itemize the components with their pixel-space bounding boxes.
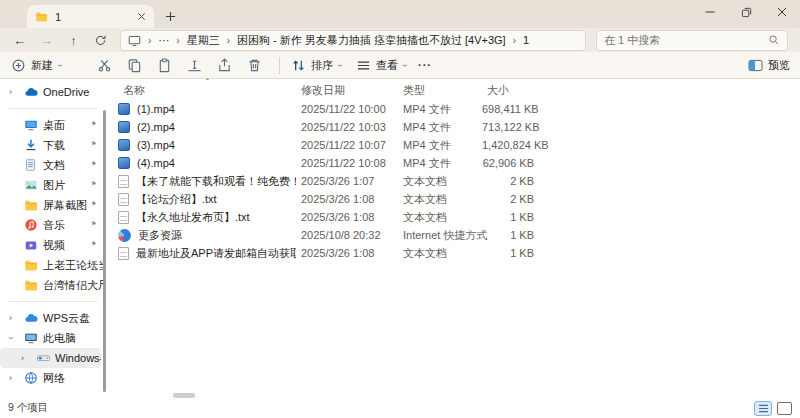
sort-button[interactable]: 排序 › [290,58,341,73]
view-button[interactable]: 查看 › [355,58,406,73]
rename-button[interactable] [186,58,202,73]
pin-icon [88,220,97,229]
tab-close-icon[interactable] [137,12,146,21]
chevron-down-icon[interactable]: › [9,333,24,343]
sidebar-item-desktop[interactable]: 桌面 [0,115,106,135]
file-type: MP4 文件 [398,138,482,153]
chevron-down-icon: › [335,64,344,67]
file-size: 2 KB [482,175,542,187]
sidebar-item-label: Windows-SSD [55,352,101,364]
close-button[interactable] [764,0,800,24]
back-button[interactable]: ← [6,33,33,48]
explorer-tab[interactable]: 1 [27,5,154,28]
file-type-icon [118,211,129,224]
new-item-icon [10,58,26,73]
minimize-button[interactable] [692,0,728,24]
sidebar-scrollbar[interactable] [103,110,106,392]
file-name: 最新地址及APP请发邮箱自动获取！！！.txt [136,246,296,261]
file-name: (2).mp4 [137,121,175,133]
paste-button[interactable] [156,58,172,73]
sidebar-item-videos[interactable]: 视频 [0,235,106,255]
table-row[interactable]: (3).mp4 2025/11/22 10:07 MP4 文件 1,420,82… [110,136,800,154]
file-name: (4).mp4 [137,157,175,169]
file-type-icon [118,175,129,188]
share-button[interactable] [216,58,232,73]
file-type: 文本文档 [398,192,482,207]
chevron-right-icon[interactable]: › [9,313,24,323]
file-modified-date: 2025/11/22 10:00 [296,103,398,115]
new-button[interactable]: 新建 › [10,58,61,73]
sidebar-item-music[interactable]: 音乐 [0,215,106,235]
sidebar-item-downloads[interactable]: 下载 [0,135,106,155]
cut-button[interactable] [96,58,112,73]
window-controls [692,0,800,24]
refresh-button[interactable] [87,34,114,47]
tab-title: 1 [55,11,130,23]
sidebar-item-screenshots[interactable]: 屏幕截图 [0,195,106,215]
up-button[interactable]: ↑ [60,33,87,48]
file-type: MP4 文件 [398,120,482,135]
thumbnail-view-toggle[interactable] [777,402,792,415]
file-type: 文本文档 [398,246,482,261]
sort-icon [290,58,306,73]
breadcrumb-item-current[interactable]: 1 [523,34,529,46]
copy-button[interactable] [126,58,142,73]
breadcrumb-item[interactable]: 星期三 [187,33,220,48]
sidebar-item-folder[interactable]: 上老王论坛当 [0,255,106,275]
chevron-right-icon[interactable]: › [9,87,24,97]
breadcrumb-item[interactable]: 困困狗 - 新作 男友暴力抽插 痉挛抽搐也不放过 [4V+3G] [237,33,506,48]
sidebar-item-this-pc[interactable]: › 此电脑 [0,328,106,348]
sidebar-item-onedrive[interactable]: › OneDrive [0,82,106,102]
column-header-date[interactable]: 修改日期 [296,83,398,98]
delete-button[interactable] [246,58,262,73]
maximize-restore-button[interactable] [728,0,764,24]
address-breadcrumb-bar[interactable]: › ··· › 星期三 › 困困狗 - 新作 男友暴力抽插 痉挛抽搐也不放过 [… [120,30,586,51]
file-type-icon [118,247,129,260]
breadcrumb-overflow[interactable]: ··· [158,34,169,46]
sidebar-item-pictures[interactable]: 图片 [0,175,106,195]
table-row[interactable]: 最新地址及APP请发邮箱自动获取！！！.txt 2025/3/26 1:08 文… [110,244,800,262]
table-row[interactable]: (4).mp4 2025/11/22 10:08 MP4 文件 62,906 K… [110,154,800,172]
sidebar-item-folder[interactable]: 台湾情侣大尺 [0,275,106,295]
onedrive-cloud-icon [24,85,39,99]
view-icon [355,58,371,73]
sidebar-item-network[interactable]: › 网络 [0,368,106,388]
sidebar-item-wps-cloud[interactable]: › WPS云盘 [0,308,106,328]
see-more-button[interactable]: ··· [418,59,432,71]
chevron-down-icon: › [400,64,409,67]
file-name: 【来了就能下载和观看！纯免费！】.txt [136,174,296,189]
table-row[interactable]: 更多资源 2025/10/8 20:32 Internet 快捷方式 1 KB [110,226,800,244]
preview-toggle-button[interactable]: 预览 [748,58,790,73]
details-view-toggle[interactable] [754,401,772,416]
table-row[interactable]: 【永久地址发布页】.txt 2025/3/26 1:08 文本文档 1 KB [110,208,800,226]
new-tab-button[interactable] [162,8,178,24]
pin-icon [88,180,97,189]
table-row[interactable]: (1).mp4 2025/11/22 10:00 MP4 文件 698,411 … [110,100,800,118]
sidebar-item-documents[interactable]: 文档 [0,155,106,175]
this-pc-icon [128,34,141,47]
chevron-right-icon[interactable]: › [9,373,24,383]
table-row[interactable]: 【来了就能下载和观看！纯免费！】.txt 2025/3/26 1:07 文本文档… [110,172,800,190]
chevron-down-icon: › [55,64,64,67]
sort-ascending-icon: ˆ [206,77,209,87]
sidebar-item-label: 网络 [43,371,106,386]
search-input[interactable] [604,34,768,46]
file-modified-date: 2025/11/22 10:07 [296,139,398,151]
search-box[interactable] [596,30,788,51]
forward-button[interactable]: → [33,33,60,48]
table-row[interactable]: (2).mp4 2025/11/22 10:03 MP4 文件 713,122 … [110,118,800,136]
navigation-pane: › OneDrive 桌面 下载 文档 图片 [0,80,106,398]
folder-icon [24,198,39,212]
file-name: 更多资源 [138,228,182,243]
column-header-type[interactable]: 类型 [398,83,482,98]
file-type: MP4 文件 [398,156,482,171]
chevron-right-icon[interactable]: › [21,353,36,363]
sidebar-item-windows-ssd[interactable]: › Windows-SSD [0,348,101,368]
sidebar-separator [9,301,97,302]
column-header-size[interactable]: 大小 [482,83,542,98]
file-size: 1,420,824 KB [482,139,542,151]
pin-icon [88,240,97,249]
file-type: 文本文档 [398,174,482,189]
pin-icon [88,160,97,169]
table-row[interactable]: 【论坛介绍】.txt 2025/3/26 1:08 文本文档 2 KB [110,190,800,208]
